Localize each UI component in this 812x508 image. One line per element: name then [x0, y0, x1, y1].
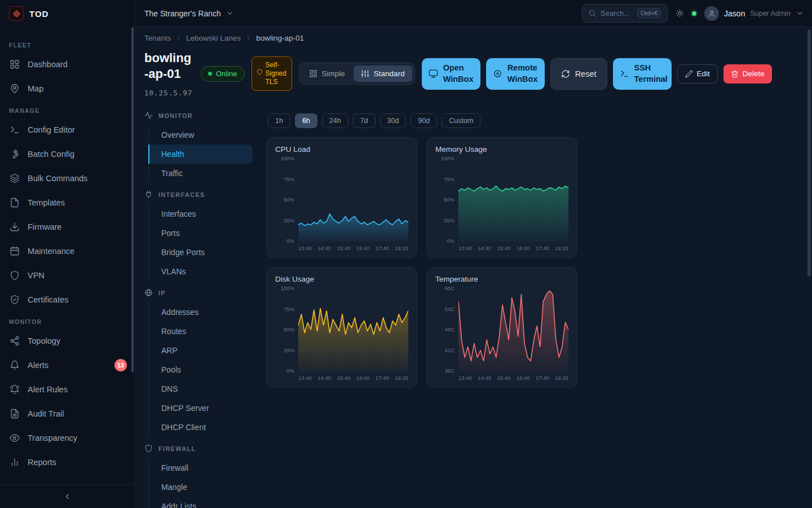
subnav-item-mangle[interactable]: Mangle: [148, 478, 253, 497]
subnav-item-arp[interactable]: ARP: [148, 341, 253, 360]
sidebar-item-reports[interactable]: Reports: [0, 450, 135, 474]
subnav-item-dns[interactable]: DNS: [148, 379, 253, 398]
page-scrollbar-thumb[interactable]: [807, 29, 811, 277]
sidebar-item-maintenance[interactable]: Maintenance: [0, 239, 135, 263]
y-tick-label: 75%: [284, 306, 294, 312]
time-range-custom[interactable]: Custom: [442, 113, 480, 128]
sidebar-item-topology[interactable]: Topology: [0, 329, 135, 353]
sidebar-collapse-button[interactable]: [0, 484, 135, 508]
time-range-6h[interactable]: 6h: [295, 113, 317, 128]
x-tick-label: 15:40: [497, 245, 510, 251]
subnav-item-ports[interactable]: Ports: [148, 224, 253, 243]
x-axis-labels: 13:4014:4015:4016:4017:4019:25: [298, 371, 408, 381]
cpu-load-chart: [298, 157, 408, 242]
chart-card-disk-usage: Disk Usage 100%75%50%25%0% 13:4014:4015:…: [266, 267, 417, 388]
subnav-item-dhcp-server[interactable]: DHCP Server: [148, 398, 253, 418]
search-input[interactable]: [601, 9, 633, 17]
sidebar-item-label: Topology: [28, 336, 60, 345]
refresh-icon: [561, 69, 570, 78]
user-menu[interactable]: Jason Super Admin: [704, 6, 804, 21]
eye-icon: [10, 433, 20, 443]
subnav-item-vlans[interactable]: VLANs: [148, 262, 253, 281]
x-tick-label: 17:40: [376, 375, 389, 381]
reset-button[interactable]: Reset: [550, 58, 607, 90]
subnav-group: Overview Health Traffic: [148, 125, 253, 183]
breadcrumb-tenant[interactable]: Lebowski Lanes: [186, 34, 241, 42]
sidebar-item-certificates[interactable]: Certificates: [0, 287, 135, 312]
sidebar-item-config-editor[interactable]: Config Editor: [0, 117, 135, 142]
sidebar-item-label: Map: [28, 84, 43, 93]
remote-winbox-button[interactable]: Remote WinBox: [486, 58, 545, 90]
file-icon: [10, 198, 20, 208]
sidebar-item-alerts[interactable]: Alerts 13: [0, 353, 135, 377]
y-tick-label: 0%: [286, 367, 294, 374]
sidebar-item-firmware[interactable]: Firmware: [0, 214, 135, 239]
sidebar-item-templates[interactable]: Templates: [0, 190, 135, 214]
sidebar-section-fleet: FLEET: [0, 35, 135, 52]
subnav-item-interfaces[interactable]: Interfaces: [148, 204, 253, 224]
y-tick-label: 54C: [445, 306, 454, 312]
subnav-group: Firewall Mangle Addr Lists ConnTrack: [148, 458, 253, 508]
tenant-selector[interactable]: The Stranger's Ranch: [144, 9, 234, 18]
topbar-right: Cmd+K Jason Super Admin: [582, 4, 804, 23]
tls-warning-badge: Self-Signed TLS: [251, 56, 292, 91]
time-range-30d[interactable]: 30d: [380, 113, 407, 128]
ssh-terminal-button[interactable]: SSH Terminal: [613, 58, 672, 90]
chart-card-memory-usage: Memory Usage 100%75%50%25%0% 13:4014:401…: [426, 137, 577, 258]
subnav-item-firewall[interactable]: Firewall: [148, 458, 253, 478]
sidebar-item-transparency[interactable]: Transparency: [0, 426, 135, 450]
y-tick-label: 48C: [445, 326, 454, 332]
sidebar-item-audit-trail[interactable]: Audit Trail: [0, 401, 135, 426]
time-range-24h[interactable]: 24h: [322, 113, 348, 128]
subnav-item-addresses[interactable]: Addresses: [148, 303, 253, 322]
app-root: TOD FLEET Dashboard Map MANAGE Config Ed…: [0, 0, 812, 508]
layers-icon: [10, 173, 20, 183]
sidebar-item-map[interactable]: Map: [0, 76, 135, 100]
device-header: bowling-ap-01 10.25.5.97 Online Self-Sig…: [144, 50, 798, 97]
sidebar-item-bulk-commands[interactable]: Bulk Commands: [0, 166, 135, 190]
delete-button[interactable]: Delete: [723, 64, 772, 84]
sidebar-scrollbar-thumb[interactable]: [131, 27, 134, 373]
time-range-7d[interactable]: 7d: [353, 113, 376, 128]
calendar-icon: [10, 246, 20, 256]
health-charts-panel: 1h 6h 24h 7d 30d 90d Custom CPU Load 100…: [266, 106, 577, 508]
x-tick-label: 17:40: [376, 245, 389, 251]
sidebar-item-label: Dashboard: [28, 60, 68, 69]
subnav-item-traffic[interactable]: Traffic: [148, 164, 253, 183]
x-tick-label: 19:25: [395, 245, 408, 251]
subnav-item-routes[interactable]: Routes: [148, 322, 253, 341]
status-badge: Online: [201, 66, 245, 82]
shield-icon: [10, 270, 20, 281]
subnav-section-ip: IP: [144, 283, 253, 302]
search-box[interactable]: Cmd+K: [582, 4, 668, 23]
sidebar-item-label: Reports: [28, 458, 56, 467]
edit-button[interactable]: Edit: [677, 64, 718, 84]
subnav-item-bridge-ports[interactable]: Bridge Ports: [148, 243, 253, 262]
subnav-item-health[interactable]: Health: [148, 144, 253, 164]
alerts-count-badge: 13: [114, 359, 127, 371]
breadcrumb-tenants[interactable]: Tenants: [144, 34, 171, 42]
sidebar-item-vpn[interactable]: VPN: [0, 263, 135, 287]
time-range-1h[interactable]: 1h: [268, 113, 290, 128]
subnav-item-pools[interactable]: Pools: [148, 360, 253, 379]
subnav-item-addr-lists[interactable]: Addr Lists: [148, 497, 253, 508]
sidebar-item-alert-rules[interactable]: Alert Rules: [0, 377, 135, 401]
sidebar-item-batch-config[interactable]: Batch Config: [0, 142, 135, 166]
open-winbox-button[interactable]: Open WinBox: [422, 58, 480, 90]
subnav-item-overview[interactable]: Overview: [148, 125, 253, 144]
app-logo[interactable]: TOD: [0, 0, 135, 27]
remote-winbox-label: Remote WinBox: [508, 63, 538, 85]
shield-check-icon: [10, 295, 20, 305]
sidebar-item-dashboard[interactable]: Dashboard: [0, 52, 135, 76]
sidebar-item-label: Batch Config: [28, 150, 74, 159]
topology-icon: [10, 336, 20, 346]
mode-standard[interactable]: Standard: [354, 65, 412, 82]
theme-toggle-button[interactable]: [676, 9, 684, 17]
file-text-icon: [10, 409, 20, 419]
time-range-90d[interactable]: 90d: [411, 113, 437, 128]
mode-simple[interactable]: Simple: [302, 65, 352, 82]
device-subnav: MONITOR Overview Health Traffic INTERFAC…: [144, 106, 253, 508]
subnav-section-label: IP: [158, 290, 166, 296]
subnav-item-dhcp-client[interactable]: DHCP Client: [148, 418, 253, 437]
x-tick-label: 13:40: [298, 245, 312, 251]
